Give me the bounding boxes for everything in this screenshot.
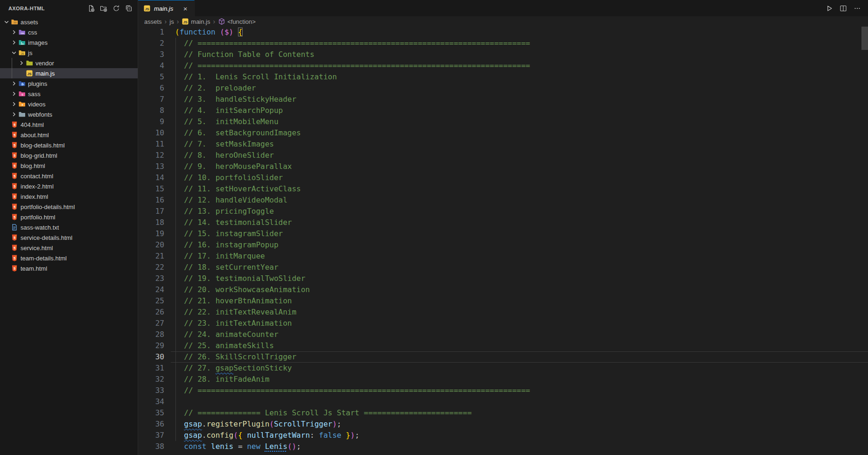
- code-line[interactable]: 26 // 22. initTextRevealAnim: [138, 307, 868, 318]
- code-line[interactable]: 28 // 24. animateCounter: [138, 329, 868, 340]
- tree-item-about.html[interactable]: 5about.html: [0, 130, 138, 140]
- code-line[interactable]: 31 // 27. gsapSectionSticky: [138, 363, 868, 374]
- collapse-folders-button[interactable]: [125, 4, 133, 13]
- code-line[interactable]: 36 gsap.registerPlugin(ScrollTrigger);: [138, 419, 868, 430]
- tree-item-index-2.html[interactable]: 5index-2.html: [0, 181, 138, 191]
- tree-item-404.html[interactable]: 5404.html: [0, 119, 138, 130]
- code-editor[interactable]: 1(function ($) {2 // ===================…: [138, 27, 868, 455]
- code-line[interactable]: 35 // ============== Lenis Scroll Js Sta…: [138, 407, 868, 419]
- tab-main.js[interactable]: JSmain.js×: [138, 0, 195, 16]
- code-line[interactable]: 11 // 7. setMaskImages: [138, 139, 868, 150]
- code-line[interactable]: 37 gsap.config({ nullTargetWarn: false }…: [138, 430, 868, 441]
- svg-text:JS: JS: [145, 7, 149, 11]
- tree-item-sass-watch.txt[interactable]: sass-watch.txt: [0, 222, 138, 232]
- chevron-right-icon[interactable]: [10, 100, 18, 108]
- code-line[interactable]: 12 // 8. heroOneSlider: [138, 150, 868, 161]
- code-line[interactable]: 34: [138, 396, 868, 407]
- tree-item-index.html[interactable]: 5index.html: [0, 191, 138, 202]
- tree-item-webfonts[interactable]: webfonts: [0, 109, 138, 119]
- code-line[interactable]: 23 // 19. testimonialTwoSlider: [138, 273, 868, 284]
- code-line[interactable]: 27 // 23. initTextAnimation: [138, 318, 868, 329]
- code-line[interactable]: 30 // 26. SkillScrollTrigger: [138, 351, 868, 363]
- new-file-button[interactable]: [87, 4, 95, 13]
- code-line[interactable]: 10 // 6. setBackgroundImages: [138, 127, 868, 139]
- line-number: 22: [138, 262, 164, 273]
- chevron-down-icon[interactable]: [10, 49, 18, 56]
- tree-item-portfolio-details.html[interactable]: 5portfolio-details.html: [0, 202, 138, 212]
- tree-item-service.html[interactable]: 5service.html: [0, 243, 138, 253]
- tree-item-blog-grid.html[interactable]: 5blog-grid.html: [0, 150, 138, 161]
- code-line[interactable]: 16 // 12. handleVideoModal: [138, 195, 868, 206]
- chevron-right-icon[interactable]: [10, 39, 18, 46]
- tree-item-sass[interactable]: Ssass: [0, 89, 138, 99]
- code-line[interactable]: 17 // 13. pricingToggle: [138, 206, 868, 217]
- tree-item-js[interactable]: JSjs: [0, 48, 138, 58]
- code-line[interactable]: 4 // ===================================…: [138, 60, 868, 71]
- folder-css-icon: css: [18, 28, 26, 36]
- code-line[interactable]: 19 // 15. instagramSlider: [138, 228, 868, 239]
- code-line[interactable]: 22 // 18. setCurrentYear: [138, 262, 868, 273]
- code-line[interactable]: 32 // 28. initFadeAnim: [138, 374, 868, 385]
- run-file-button[interactable]: [825, 4, 833, 13]
- more-actions-button[interactable]: [853, 4, 861, 13]
- code-line[interactable]: 5 // 1. Lenis Scroll Initialization: [138, 71, 868, 83]
- tree-item-contact.html[interactable]: 5contact.html: [0, 171, 138, 181]
- file-html-icon: 5: [11, 152, 18, 159]
- split-editor-button[interactable]: [839, 4, 847, 13]
- chevron-right-icon[interactable]: [10, 80, 18, 87]
- chevron-right-icon[interactable]: [10, 28, 18, 36]
- tree-item-portfolio.html[interactable]: 5portfolio.html: [0, 212, 138, 222]
- tree-item-assets[interactable]: assets: [0, 17, 138, 27]
- refresh-explorer-button[interactable]: [112, 4, 120, 13]
- tree-item-blog.html[interactable]: 5blog.html: [0, 161, 138, 171]
- tree-item-videos[interactable]: videos: [0, 99, 138, 109]
- code-line[interactable]: 15 // 11. setHoverActiveClass: [138, 183, 868, 195]
- breadcrumb-item-function[interactable]: <function>: [218, 18, 256, 25]
- code-line[interactable]: 8 // 4. initSearchPopup: [138, 105, 868, 116]
- code-line[interactable]: 25 // 21. hoverBtnAnimation: [138, 295, 868, 307]
- tree-item-vendor[interactable]: vendor: [0, 58, 138, 68]
- tree-indent-spacer: [3, 265, 10, 272]
- code-line[interactable]: 7 // 3. handleStickyHeader: [138, 94, 868, 105]
- svg-text:5: 5: [14, 123, 15, 126]
- tree-item-main.js[interactable]: JSmain.js: [0, 68, 138, 78]
- tree-item-plugins[interactable]: plugins: [0, 78, 138, 89]
- chevron-right-icon[interactable]: [10, 90, 18, 98]
- code-text: // 15. instagramSlider: [175, 228, 283, 239]
- chevron-down-icon[interactable]: [3, 18, 10, 26]
- code-line[interactable]: 24 // 20. workShowcaseAnimation: [138, 284, 868, 295]
- code-line[interactable]: 20 // 16. instagramPopup: [138, 239, 868, 251]
- breadcrumb-item-js[interactable]: js: [169, 18, 174, 25]
- chevron-right-icon[interactable]: [18, 59, 25, 67]
- tree-item-css[interactable]: csscss: [0, 27, 138, 37]
- code-line[interactable]: 3 // Function Table of Contents: [138, 49, 868, 60]
- close-tab-icon[interactable]: ×: [181, 5, 189, 12]
- code-line[interactable]: 1(function ($) {: [138, 27, 868, 38]
- tree-item-label: plugins: [28, 80, 47, 87]
- tree-item-service-details.html[interactable]: 5service-details.html: [0, 232, 138, 243]
- code-line[interactable]: 13 // 9. heroMouseParallax: [138, 161, 868, 172]
- code-text: // 24. animateCounter: [175, 329, 279, 340]
- breadcrumb-item-assets[interactable]: assets: [144, 18, 162, 25]
- tree-item-team.html[interactable]: 5team.html: [0, 263, 138, 273]
- chevron-right-icon[interactable]: [10, 111, 18, 118]
- tree-item-blog-details.html[interactable]: 5blog-details.html: [0, 140, 138, 150]
- code-line[interactable]: 14 // 10. portfolioSlider: [138, 172, 868, 183]
- code-line[interactable]: 18 // 14. testimonialSlider: [138, 217, 868, 228]
- file-html-icon: 5: [11, 182, 18, 190]
- code-line[interactable]: 9 // 5. initMobileMenu: [138, 116, 868, 127]
- breadcrumb-item-main.js[interactable]: JSmain.js: [182, 18, 210, 25]
- code-line[interactable]: 38 const lenis = new Lenis();: [138, 441, 868, 452]
- code-text: // 21. hoverBtnAnimation: [175, 295, 292, 307]
- explorer-section-header[interactable]: AXORA-HTML: [0, 0, 138, 17]
- new-folder-button[interactable]: [99, 4, 108, 13]
- code-line[interactable]: 29 // 25. animateSkills: [138, 340, 868, 351]
- code-line[interactable]: 21 // 17. initMarquee: [138, 251, 868, 262]
- code-line[interactable]: 2 // ===================================…: [138, 38, 868, 49]
- tree-item-images[interactable]: images: [0, 37, 138, 48]
- folder-images-icon: [18, 39, 26, 46]
- editor-scrollbar[interactable]: [861, 27, 868, 50]
- tree-item-team-details.html[interactable]: 5team-details.html: [0, 253, 138, 263]
- code-line[interactable]: 6 // 2. preloader: [138, 83, 868, 94]
- code-line[interactable]: 33 // ==================================…: [138, 385, 868, 396]
